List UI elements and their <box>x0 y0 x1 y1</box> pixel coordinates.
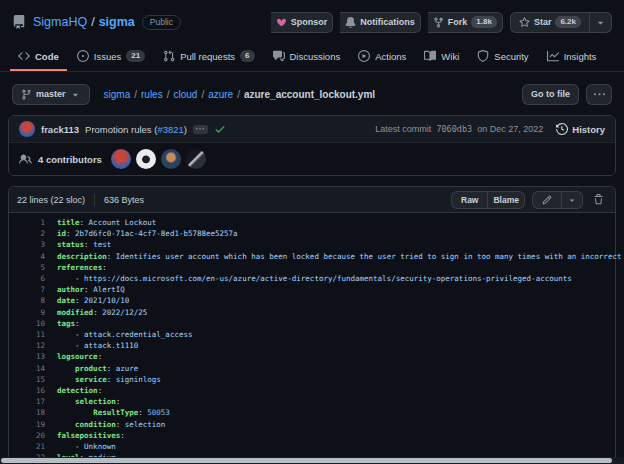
blame-button[interactable]: Blame <box>488 191 525 209</box>
code-line: 18 ResultType: 50053 <box>9 407 615 418</box>
line-number[interactable]: 19 <box>9 419 45 430</box>
commit-message: Promotion rules (#3821) <box>85 124 187 135</box>
branch-icon <box>21 89 32 100</box>
fork-label: Fork <box>448 17 468 27</box>
line-number[interactable]: 9 <box>9 307 45 318</box>
line-number[interactable]: 12 <box>9 340 45 351</box>
contributor-avatars <box>111 149 206 169</box>
line-number[interactable]: 11 <box>9 329 45 340</box>
breadcrumb-link-cloud[interactable]: cloud <box>173 89 197 100</box>
line-number[interactable]: 7 <box>9 284 45 295</box>
notifications-button[interactable]: Notifications <box>340 12 421 33</box>
breadcrumb-link-rules[interactable]: rules <box>141 89 163 100</box>
sponsor-button[interactable]: Sponsor <box>271 12 334 33</box>
star-button[interactable]: Star6.2k <box>510 12 590 33</box>
fork-button[interactable]: Fork1.8k <box>428 12 503 33</box>
line-number[interactable]: 1 <box>9 217 45 228</box>
contributor-avatar-2[interactable] <box>136 149 156 169</box>
line-number[interactable]: 13 <box>9 351 45 362</box>
line-number[interactable]: 15 <box>9 374 45 385</box>
contributor-avatar-1[interactable] <box>111 149 131 169</box>
line-content: tags: <box>45 318 80 329</box>
line-number[interactable]: 14 <box>9 363 45 374</box>
more-options-button[interactable] <box>586 84 612 105</box>
line-number[interactable]: 18 <box>9 407 45 418</box>
line-content: status: test <box>45 239 111 250</box>
delete-file-button[interactable] <box>590 194 607 205</box>
code-line: 7author: AlertIQ <box>9 284 615 295</box>
raw-button[interactable]: Raw <box>451 191 488 209</box>
line-content: author: AlertIQ <box>45 284 125 295</box>
pencil-icon <box>542 195 552 205</box>
contributor-avatar-3[interactable] <box>161 149 181 169</box>
git-branch-icon <box>21 89 32 100</box>
code-view: 1title: Account Lockout2id: 2b7d6fc0-71a… <box>9 213 615 463</box>
header-actions: SponsorNotificationsFork1.8kStar6.2k <box>271 12 612 33</box>
check-icon <box>214 123 226 135</box>
tab-security[interactable]: Security <box>469 43 536 71</box>
tab-actions[interactable]: Actions <box>350 43 414 71</box>
repo-name-link[interactable]: sigma <box>99 15 135 29</box>
line-content: id: 2b7d6fc0-71ac-4cf7-8ed1-b5788ee5257a <box>45 228 238 239</box>
contributors-link[interactable]: 4 contributors <box>19 153 102 166</box>
edit-file-button[interactable] <box>532 191 562 209</box>
line-number[interactable]: 16 <box>9 385 45 396</box>
breadcrumb-link-sigma[interactable]: sigma <box>104 89 131 100</box>
tab-wiki[interactable]: Wiki <box>416 43 467 71</box>
commit-author-avatar[interactable] <box>19 121 35 137</box>
code-line: 5references: <box>9 262 615 273</box>
breadcrumb-separator: / <box>237 89 240 100</box>
ellipsis-icon <box>196 125 204 133</box>
repo-owner-link[interactable]: SigmaHQ <box>33 15 87 29</box>
line-number[interactable]: 4 <box>9 251 45 262</box>
line-content: - attack.credential_access <box>45 329 192 340</box>
line-number[interactable]: 2 <box>9 228 45 239</box>
tab-code[interactable]: Code <box>10 43 67 71</box>
raw-blame-group: Raw Blame <box>451 191 525 209</box>
discussion-icon <box>273 50 285 62</box>
commit-box: frack113 Promotion rules (#3821) Latest … <box>8 115 616 176</box>
horizontal-scrollbar-thumb[interactable] <box>1 458 612 463</box>
notifications-button-group: Notifications <box>340 12 421 33</box>
code-line: 15 service: signinlogs <box>9 374 615 385</box>
star-dropdown-button[interactable] <box>590 12 612 33</box>
horizontal-scrollbar[interactable] <box>0 457 624 464</box>
line-number[interactable]: 3 <box>9 239 45 250</box>
line-number[interactable]: 8 <box>9 295 45 306</box>
history-link[interactable]: History <box>556 123 605 135</box>
commit-message-text[interactable]: Promotion rules ( <box>85 124 157 135</box>
chevron-down-icon <box>70 89 81 100</box>
tab-issues[interactable]: Issues21 <box>69 43 153 71</box>
go-to-file-button[interactable]: Go to file <box>522 84 579 105</box>
breadcrumb-link-azure[interactable]: azure <box>208 89 233 100</box>
commit-author-link[interactable]: frack113 <box>41 124 79 135</box>
line-number[interactable]: 17 <box>9 396 45 407</box>
code-line: 11 - attack.credential_access <box>9 329 615 340</box>
code-line: 4description: Identifies user account wh… <box>9 251 615 262</box>
tab-pull-requests[interactable]: Pull requests6 <box>155 43 262 71</box>
commit-hash-link[interactable]: 7060db3 <box>436 124 472 134</box>
tab-label: Pull requests <box>180 51 235 62</box>
breadcrumb-separator: / <box>201 89 204 100</box>
commit-check-icon[interactable] <box>214 123 226 135</box>
contributor-avatar-4[interactable] <box>186 149 206 169</box>
commit-message-expander[interactable] <box>193 125 208 134</box>
line-content: date: 2021/10/10 <box>45 295 129 306</box>
edit-dropdown-button[interactable] <box>562 191 583 209</box>
code-line: 6 - https://docs.microsoft.com/en-us/azu… <box>9 273 615 284</box>
tab-insights[interactable]: Insights <box>539 43 605 71</box>
sponsor-button-group: Sponsor <box>271 12 334 33</box>
commit-pr-link[interactable]: #3821 <box>157 124 183 135</box>
star-count: 6.2k <box>555 16 581 28</box>
shield-icon <box>477 50 489 62</box>
code-line: 14 product: azure <box>9 363 615 374</box>
line-number[interactable]: 10 <box>9 318 45 329</box>
line-number[interactable]: 6 <box>9 273 45 284</box>
line-number[interactable]: 20 <box>9 430 45 441</box>
line-number[interactable]: 5 <box>9 262 45 273</box>
breadcrumb-separator: / <box>134 89 137 100</box>
branch-selector[interactable]: master <box>12 84 90 105</box>
line-number[interactable]: 21 <box>9 441 45 452</box>
tab-discussions[interactable]: Discussions <box>265 43 349 71</box>
code-line: 20falsepositives: <box>9 430 615 441</box>
